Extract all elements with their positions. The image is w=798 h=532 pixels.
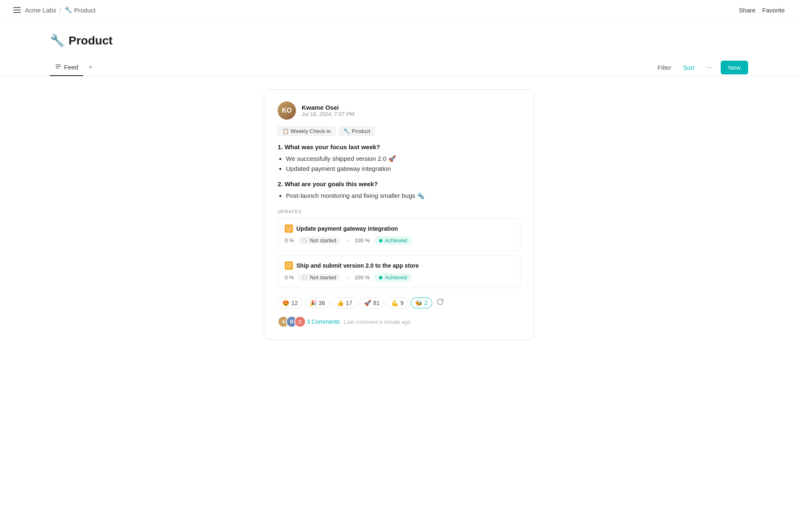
tag-weekly-checkin[interactable]: 📋 Weekly Check-in [278,126,335,136]
favorite-button[interactable]: Favorite [762,7,785,14]
to-pct-2: 100 % [355,274,370,281]
reaction-btn-1[interactable]: 🎉 36 [305,298,330,308]
update-item-2: Ship and submit version 2.0 to the app s… [278,255,520,288]
status-badge-2: Not started [298,273,340,281]
svg-point-1 [303,239,307,242]
reaction-emoji-1: 🎉 [310,300,317,306]
section-heading-1: 1. What was your focus last week? [278,143,520,150]
svg-rect-0 [287,227,291,231]
breadcrumb-separator: / [59,7,61,14]
arrow-icon-2: → [345,274,350,281]
reaction-btn-2[interactable]: 👍 17 [332,298,357,308]
achieved-dot-2 [379,276,382,279]
updates-label: UPDATES [278,209,520,214]
card-tags: 📋 Weekly Check-in 🔧 Product [278,126,520,136]
post-date: Jul 16, 2024, 7:07 PM [302,111,354,117]
breadcrumb: Acme Labs / 🔧 Product [13,6,96,14]
update-title-2: Ship and submit version 2.0 to the app s… [285,261,513,270]
section-heading-2: 2. What are your goals this week? [278,180,520,187]
product-icon: 🔧 [64,6,72,14]
update-meta-2: 0 % Not started → 100 % Achieved [285,273,513,282]
reaction-btn-3[interactable]: 🚀 81 [360,298,384,308]
update-item-1: Update payment gateway integration 0 % N… [278,218,520,251]
feed-tab-icon [55,63,62,71]
achieved-dot-1 [379,239,382,242]
achieved-badge-1: Achieved [374,236,412,245]
reaction-count-2: 17 [346,300,352,306]
reaction-btn-0[interactable]: 😍 12 [278,298,303,308]
comments-button[interactable]: 3 Comments [307,318,340,325]
list-item: We successfully shipped version 2.0 🚀 [286,154,520,164]
menu-icon[interactable] [13,6,22,14]
filter-button[interactable]: Filter [654,62,675,73]
reaction-btn-5[interactable]: 🐝 2 [411,298,432,308]
tag-product[interactable]: 🔧 Product [339,126,375,136]
card-content: 1. What was your focus last week? We suc… [278,143,520,201]
tag-icon: 🔧 [343,128,350,134]
author-name: Kwame Osei [302,104,354,111]
breadcrumb-item-product[interactable]: 🔧 Product [64,6,96,14]
to-pct-1: 100 % [355,237,370,244]
reaction-count-4: 9 [400,300,404,306]
comment-avatar-3: C [294,316,306,328]
reaction-count-5: 2 [424,300,428,306]
update-icon-1 [285,224,293,233]
comments-row: A B C 3 Comments Last comment a minute a… [278,316,520,328]
nav-actions: Share Favorite [739,7,785,14]
share-button[interactable]: Share [739,7,756,14]
tabs: Feed + [50,59,96,76]
section-list-2: Post-launch monitoring and fixing smalle… [286,191,520,201]
reaction-emoji-5: 🐝 [415,300,422,306]
section-list-1: We successfully shipped version 2.0 🚀 Up… [286,154,520,174]
status-badge-1: Not started [298,236,340,244]
main-content: KO Kwame Osei Jul 16, 2024, 7:07 PM 📋 We… [0,76,798,353]
more-options-button[interactable]: ··· [703,62,716,74]
new-button[interactable]: New [721,61,748,74]
svg-rect-2 [287,264,291,268]
refresh-reactions-button[interactable] [435,296,446,309]
top-nav: Acme Labs / 🔧 Product Share Favorite [0,0,798,20]
reaction-count-0: 12 [291,300,298,306]
arrow-icon-1: → [345,237,350,244]
from-pct-1: 0 % [285,237,294,244]
page-title: 🔧 Product [50,34,748,47]
update-icon-2 [285,261,293,270]
reaction-emoji-2: 👍 [337,300,344,306]
tag-icon: 📋 [282,128,289,134]
update-meta-1: 0 % Not started → 100 % Achieved [285,236,513,245]
achieved-badge-2: Achieved [374,273,412,282]
tab-feed[interactable]: Feed [50,59,83,76]
list-item: Post-launch monitoring and fixing smalle… [286,191,520,201]
update-title-1: Update payment gateway integration [285,224,513,233]
add-tab-button[interactable]: + [85,62,96,73]
reaction-emoji-0: 😍 [282,300,289,306]
svg-point-3 [303,276,307,279]
author-info: Kwame Osei Jul 16, 2024, 7:07 PM [302,104,354,117]
reactions: 😍 12 🎉 36 👍 17 🚀 81 💪 9 🐝 2 [278,296,520,309]
comment-avatars: A B C [278,316,303,328]
updates-section: UPDATES Update payment gateway integrati… [278,209,520,288]
list-item: Updated payment gateway integration [286,164,520,174]
page-title-icon: 🔧 [50,34,64,47]
card-header: KO Kwame Osei Jul 16, 2024, 7:07 PM [278,101,520,120]
tab-bar: Feed + Filter Sort ··· New [0,59,798,76]
feed-card: KO Kwame Osei Jul 16, 2024, 7:07 PM 📋 We… [264,89,534,340]
reaction-count-1: 36 [319,300,325,306]
from-pct-2: 0 % [285,274,294,281]
comment-time: Last comment a minute ago [344,319,410,325]
sort-button[interactable]: Sort [680,62,698,73]
author-avatar: KO [278,101,296,120]
reaction-count-3: 81 [373,300,380,306]
toolbar: Filter Sort ··· New [654,61,748,74]
reaction-btn-4[interactable]: 💪 9 [387,298,408,308]
page-header: 🔧 Product [0,20,798,47]
workspace-label[interactable]: Acme Labs [25,7,56,14]
reaction-emoji-3: 🚀 [364,300,371,306]
reaction-emoji-4: 💪 [391,300,398,306]
